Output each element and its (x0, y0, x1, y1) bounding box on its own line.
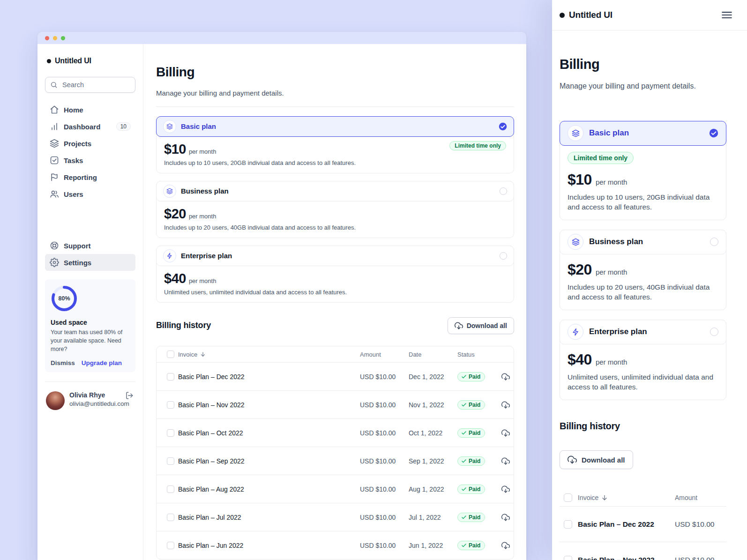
table-row: Basic Plan – Sep 2022 USD $10.00 Sep 1, … (157, 447, 514, 475)
mobile-billing-page: Billing Manage your billing and payment … (552, 30, 747, 560)
invoice-cell: Basic Plan – Sep 2022 (178, 457, 360, 465)
bar-chart-icon (50, 122, 59, 131)
invoice-cell: Basic Plan – Jun 2022 (178, 542, 360, 549)
plan-option-business[interactable]: Business plan (560, 230, 726, 254)
plan-period: per month (189, 213, 217, 220)
plan-option-basic[interactable]: Basic plan (156, 116, 514, 137)
plan-card-basic: Basic plan $10 per month Limited time on… (156, 116, 514, 173)
download-invoice-button[interactable] (500, 539, 512, 552)
row-checkbox[interactable] (564, 520, 572, 529)
plan-price: $10 (164, 141, 186, 157)
download-invoice-button[interactable] (500, 371, 512, 383)
plan-card-enterprise: Enterprise plan $40 per month Unlimited … (156, 246, 514, 303)
download-invoice-button[interactable] (500, 427, 512, 439)
mobile-header: Untitled UI (552, 0, 747, 30)
table-row: Basic Plan – Nov 2022 USD $10.00 (560, 542, 726, 560)
plan-period: per month (596, 358, 627, 366)
sidebar-item-users[interactable]: Users (45, 186, 135, 202)
status-badge: Paid (457, 428, 485, 438)
sidebar-item-settings[interactable]: Settings (45, 254, 135, 271)
amount-cell: USD $10.00 (360, 457, 409, 465)
row-checkbox[interactable] (167, 542, 174, 549)
download-all-button[interactable]: Download all (448, 317, 514, 334)
sort-down-icon[interactable] (601, 494, 608, 501)
amount-cell: USD $10.00 (360, 485, 409, 493)
plan-period: per month (189, 148, 217, 155)
column-amount: Amount (675, 494, 726, 501)
plan-option-enterprise[interactable]: Enterprise plan (156, 246, 514, 266)
sidebar-item-reporting[interactable]: Reporting (45, 169, 135, 186)
row-checkbox[interactable] (167, 514, 174, 521)
column-date: Date (409, 351, 457, 358)
upgrade-plan-link[interactable]: Upgrade plan (82, 359, 122, 366)
zoom-button[interactable] (61, 36, 65, 40)
logout-button[interactable] (124, 390, 134, 401)
hamburger-menu-button[interactable] (719, 7, 735, 23)
sidebar-item-label: Home (64, 106, 83, 114)
table-row: Basic Plan – Dec 2022 USD $10.00 (560, 507, 726, 542)
row-checkbox[interactable] (167, 429, 174, 437)
download-invoice-button[interactable] (500, 483, 512, 495)
status-badge: Paid (457, 372, 485, 381)
column-status: Status (457, 351, 498, 358)
select-all-checkbox[interactable] (564, 493, 572, 502)
download-invoice-button[interactable] (500, 455, 512, 467)
sidebar-item-projects[interactable]: Projects (45, 135, 135, 152)
usage-percent: 80% (51, 285, 78, 312)
status-badge: Paid (457, 400, 485, 410)
plan-description: Includes up to 10 users, 20GB indiviual … (568, 192, 718, 212)
sidebar-nav: Home Dashboard 10 Projects Tasks (45, 101, 135, 202)
minimize-button[interactable] (53, 36, 57, 40)
plan-option-basic[interactable]: Basic plan (560, 121, 726, 146)
row-checkbox[interactable] (167, 457, 174, 465)
layers-icon (50, 139, 59, 148)
invoice-cell: Basic Plan – Nov 2022 (178, 401, 360, 409)
plan-card-basic: Basic plan Limited time only $10 per mon… (560, 121, 726, 220)
sidebar-item-label: Dashboard (64, 123, 100, 131)
download-invoice-button[interactable] (500, 399, 512, 411)
sidebar-item-label: Settings (64, 259, 91, 267)
radio-unchecked-icon[interactable] (710, 328, 718, 336)
amount-cell: USD $10.00 (360, 401, 409, 409)
plan-option-business[interactable]: Business plan (156, 181, 514, 202)
dismiss-link[interactable]: Dismiss (51, 359, 75, 366)
row-checkbox[interactable] (167, 485, 174, 493)
row-checkbox[interactable] (167, 373, 174, 381)
row-checkbox[interactable] (167, 401, 174, 409)
users-icon (50, 189, 59, 199)
search-input[interactable] (61, 81, 130, 89)
select-all-checkbox[interactable] (167, 351, 174, 358)
amount-cell: USD $10.00 (675, 520, 726, 529)
plan-option-enterprise[interactable]: Enterprise plan (560, 320, 726, 344)
radio-checked-icon[interactable] (709, 128, 718, 138)
menu-icon (721, 9, 733, 21)
radio-unchecked-icon[interactable] (500, 187, 507, 195)
sidebar-item-dashboard[interactable]: Dashboard 10 (45, 118, 135, 135)
check-icon (461, 402, 467, 408)
radio-unchecked-icon[interactable] (500, 252, 507, 260)
close-button[interactable] (45, 36, 49, 40)
row-checkbox[interactable] (564, 556, 572, 560)
download-all-button[interactable]: Download all (560, 450, 633, 469)
column-invoice: Invoice (578, 494, 598, 501)
download-cloud-icon (568, 455, 577, 464)
sidebar-item-label: Projects (64, 140, 91, 148)
layers-icon (163, 120, 176, 133)
sidebar-item-home[interactable]: Home (45, 101, 135, 118)
radio-unchecked-icon[interactable] (710, 238, 718, 246)
download-cloud-icon (455, 321, 463, 330)
sidebar-item-label: Users (64, 190, 83, 198)
sidebar-item-support[interactable]: Support (45, 237, 135, 254)
sort-down-icon[interactable] (200, 351, 206, 358)
radio-checked-icon[interactable] (499, 122, 507, 131)
date-cell: Jun 1, 2022 (409, 542, 457, 549)
avatar (46, 391, 65, 410)
window-titlebar (37, 32, 526, 44)
flag-icon (50, 172, 59, 182)
sidebar-item-tasks[interactable]: Tasks (45, 152, 135, 169)
gear-icon (50, 258, 59, 267)
download-invoice-button[interactable] (500, 511, 512, 523)
plan-card-business: Business plan $20 per month Includes up … (156, 181, 514, 238)
check-icon (461, 430, 467, 436)
check-icon (461, 458, 467, 464)
